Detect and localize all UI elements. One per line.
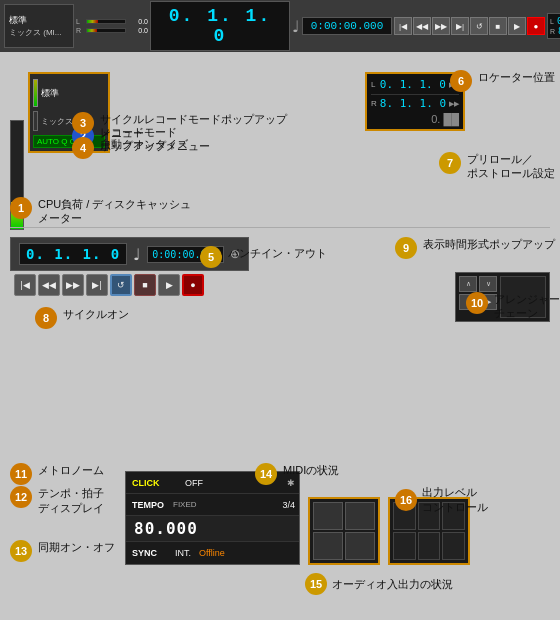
tempo-row-fixed: FIXED [171, 500, 199, 509]
to-end-btn[interactable]: ▶| [86, 274, 108, 296]
bubble-6: 6 [450, 70, 472, 92]
ann1-text: CPU負荷 / ディスクキャッシュメーター [38, 197, 191, 226]
bubble-1: 1 [10, 197, 32, 219]
ann12-text: テンポ・拍子ディスプレイ [38, 486, 104, 515]
bubble-3: 3 [72, 112, 94, 134]
annotation-8: 8 サイクルオン [35, 307, 129, 329]
midi-grid [310, 499, 378, 563]
rewind-btn-2[interactable]: ◀◀ [38, 274, 60, 296]
midi-status [308, 497, 380, 565]
bubble-12: 12 [10, 486, 32, 508]
to-start-btn[interactable]: |◀ [14, 274, 36, 296]
annotation-12: 12 テンポ・拍子ディスプレイ [10, 486, 104, 515]
cycle-top-btn[interactable]: ↺ [470, 17, 488, 35]
annotation-14: 14 MIDIの状況 [255, 463, 339, 485]
ann4-text: 自動クオンタイズ [100, 137, 188, 151]
pos-display-2[interactable]: 0. 1. 1. 0 [19, 243, 127, 265]
arr-up-btn[interactable]: ∧ [459, 276, 477, 292]
midi-cell-4 [345, 532, 375, 560]
tempo-row: TEMPO FIXED 3/4 [126, 494, 299, 516]
ann9-text: 表示時間形式ポップアップ [423, 237, 555, 251]
annotation-1: 1 CPU負荷 / ディスクキャッシュメーター [10, 197, 191, 226]
loc-r-arrow: ▶▶ [449, 100, 459, 108]
annotation-16-wrap: 16 出力レベルコントロール [395, 485, 488, 515]
forward-to-end-btn[interactable]: ▶| [451, 17, 469, 35]
sync-row-offline: Offline [195, 548, 229, 558]
loc-row-l: L 0. 1. 1. 0 ▶▶ [371, 78, 459, 91]
stop-btn[interactable]: ■ [134, 274, 156, 296]
forward-btn[interactable]: ▶▶ [432, 17, 450, 35]
record-top-btn[interactable]: ● [527, 17, 545, 35]
bubble-4: 4 [72, 137, 94, 159]
sync-row: SYNC INT. Offline [126, 542, 299, 564]
annotation-5: 5 パンチイン・アウト [200, 246, 327, 268]
level-meters: L 0.0 R 0.0 [76, 2, 148, 50]
ann14-text: MIDIの状況 [283, 463, 339, 477]
tempo-row-label: TEMPO [126, 500, 171, 510]
annotation-7: 7 プリロール／ポストロール設定 [439, 152, 555, 181]
rewind-btn[interactable]: ◀◀ [413, 17, 431, 35]
ann10-text: アレンジャーチェーン [494, 292, 560, 321]
loc-disp-r: R [371, 99, 377, 108]
track-name: 標準 [9, 14, 69, 27]
ann8-text: サイクルオン [63, 307, 129, 321]
play-btn[interactable]: ▶ [158, 274, 180, 296]
record-btn[interactable]: ● [182, 274, 204, 296]
bubble-15: 15 [305, 573, 327, 595]
annotation-9: 9 表示時間形式ポップアップ [395, 237, 555, 259]
loc-row-extra: 0. ██ [371, 113, 459, 125]
ann16-text: 出力レベルコントロール [422, 485, 488, 515]
cycle-btn[interactable]: ↺ [110, 274, 132, 296]
time-display[interactable]: 0:00:00.000 [302, 17, 392, 35]
ann13-text: 同期オン・オフ [38, 540, 115, 554]
click-row-label: CLICK [126, 478, 181, 488]
track-info[interactable]: 標準 ミックス (MI... [4, 4, 74, 48]
bubble-11: 11 [10, 463, 32, 485]
locator-small: L 0. 1. 1. 0 R 8. 1. 1. 0 [547, 13, 560, 39]
ann11-text: メトロノーム [38, 463, 104, 477]
meter-r-value: 0.0 [128, 27, 148, 34]
midi-cell-2 [345, 502, 375, 530]
ffwd-btn-2[interactable]: ▶▶ [62, 274, 84, 296]
loc-row-r: R 8. 1. 1. 0 ▶▶ [371, 97, 459, 110]
out-cell-5 [418, 532, 441, 560]
bubble-8: 8 [35, 307, 57, 329]
tempo-click-sync-display: CLICK OFF ✱ TEMPO FIXED 3/4 80.000 SYNC … [125, 471, 300, 565]
meter-r-bar [86, 28, 126, 33]
position-display[interactable]: 0. 1. 1. 0 [150, 1, 290, 51]
track-info-inner: 標準 [41, 87, 59, 100]
bubble-9: 9 [395, 237, 417, 259]
arr-row1: ∧ ∨ [459, 276, 497, 292]
ann5-text: パンチイン・アウト [228, 246, 327, 260]
bubble-5: 5 [200, 246, 222, 268]
tempo-big-row: 80.000 [126, 516, 299, 542]
tempo-row-fraction: 3/4 [199, 500, 299, 510]
loc-extra-val: 0. ██ [374, 113, 459, 125]
arr-down-btn[interactable]: ∨ [479, 276, 497, 292]
loc-r-label: R [550, 28, 555, 35]
loc-disp-l-val: 0. 1. 1. 0 [378, 78, 446, 91]
out-cell-4 [393, 532, 416, 560]
ann6-text: ロケーター位置 [478, 70, 555, 84]
meter-r-label: R [76, 27, 84, 34]
midi-cell-3 [313, 532, 343, 560]
loc-disp-l: L [371, 80, 375, 89]
bubble-10: 10 [466, 292, 488, 314]
annotation-4: 4 自動クオンタイズ [72, 137, 188, 159]
annotation-10: 10 アレンジャーチェーン [466, 292, 560, 321]
play-top-btn[interactable]: ▶ [508, 17, 526, 35]
beat-icon: ♩ [292, 17, 300, 36]
track-vol-bar [33, 79, 38, 107]
ann15-text: オーディオ入出力の状況 [332, 577, 453, 592]
stop-top-btn[interactable]: ■ [489, 17, 507, 35]
note-icon: ♩ [133, 245, 141, 264]
midi-cell-1 [313, 502, 343, 530]
track-row-standard: 標準 [33, 77, 105, 109]
bubble-13: 13 [10, 540, 32, 562]
ann7-text: プリロール／ポストロール設定 [467, 152, 555, 181]
track-mixer: ミックス (MI... [9, 27, 69, 38]
bubble-14: 14 [255, 463, 277, 485]
track-mix-bar [33, 111, 38, 131]
rewind-to-start-btn[interactable]: |◀ [394, 17, 412, 35]
loc-disp-r-val: 8. 1. 1. 0 [380, 97, 446, 110]
